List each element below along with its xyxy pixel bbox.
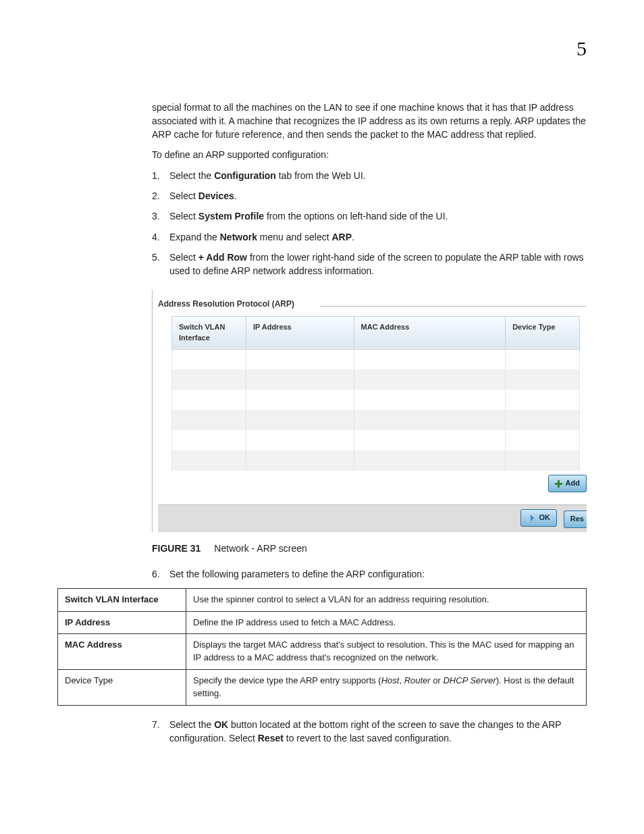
step-3: 3. Select System Profile from the option… [152, 209, 587, 223]
step-text: Select the Configuration tab from the We… [169, 169, 587, 182]
table-row[interactable] [172, 450, 580, 471]
param-value: Displays the target MAC address that's s… [186, 634, 587, 670]
fieldset-rule [320, 306, 587, 307]
table-row[interactable] [172, 349, 580, 369]
param-row: Device Type Specify the device type the … [58, 670, 587, 706]
param-key: Device Type [58, 670, 186, 706]
step-4: 4. Expand the Network menu and select AR… [152, 230, 587, 244]
step-text: Set the following parameters to define t… [169, 567, 587, 581]
intro-lead: To define an ARP supported configuration… [152, 148, 587, 161]
table-row[interactable] [172, 430, 580, 450]
col-mac-address[interactable]: MAC Address [354, 316, 506, 349]
step-6: 6. Set the following parameters to defin… [152, 567, 587, 581]
add-row-label: Add [566, 478, 580, 489]
step-number: 6. [152, 567, 169, 581]
reset-button[interactable]: Res [564, 511, 587, 528]
arp-table: Switch VLAN Interface IP Address MAC Add… [171, 316, 580, 471]
step-number: 4. [152, 230, 169, 244]
add-row-button[interactable]: Add [548, 475, 587, 492]
table-row[interactable] [172, 390, 580, 410]
step-text: Select + Add Row from the lower right-ha… [169, 251, 587, 278]
steps-list-3: 7. Select the OK button located at the b… [152, 718, 587, 746]
col-device-type[interactable]: Device Type [506, 316, 580, 349]
step-1: 1. Select the Configuration tab from the… [152, 169, 587, 182]
plus-icon [555, 480, 562, 488]
figure-caption-label: FIGURE 31 [152, 543, 200, 554]
forward-icon [527, 515, 535, 521]
svg-rect-1 [555, 483, 562, 485]
step-2: 2. Select Devices. [152, 189, 587, 203]
ok-button[interactable]: OK [520, 509, 557, 527]
param-value: Specify the device type the ARP entry su… [186, 670, 587, 706]
step-number: 1. [152, 169, 169, 182]
steps-list-2: 6. Set the following parameters to defin… [152, 567, 587, 581]
step-5: 5. Select + Add Row from the lower right… [152, 251, 587, 278]
table-row[interactable] [172, 369, 580, 390]
param-row: MAC Address Displays the target MAC addr… [58, 634, 587, 670]
param-row: Switch VLAN Interface Use the spinner co… [58, 588, 587, 611]
fieldset-legend: Address Resolution Protocol (ARP) [158, 298, 298, 310]
step-text: Select System Profile from the options o… [169, 209, 587, 223]
col-ip-address[interactable]: IP Address [246, 316, 354, 349]
param-key: Switch VLAN Interface [58, 588, 186, 611]
step-text: Select Devices. [169, 189, 587, 203]
svg-marker-2 [527, 515, 531, 521]
figure-arp-screenshot: Address Resolution Protocol (ARP) Switch… [152, 290, 587, 555]
step-text: Expand the Network menu and select ARP. [169, 230, 587, 244]
param-key: MAC Address [58, 634, 186, 670]
param-row: IP Address Define the IP address used to… [58, 611, 587, 634]
step-number: 2. [152, 189, 169, 203]
arp-table-body [172, 349, 580, 471]
step-number: 7. [152, 718, 169, 746]
col-switch-vlan[interactable]: Switch VLAN Interface [172, 316, 246, 349]
action-bar: OK Res [158, 504, 587, 532]
parameters-table: Switch VLAN Interface Use the spinner co… [57, 588, 587, 706]
steps-list: 1. Select the Configuration tab from the… [152, 169, 587, 278]
step-number: 3. [152, 209, 169, 223]
param-key: IP Address [58, 611, 186, 634]
svg-marker-3 [531, 515, 534, 521]
figure-caption-text: Network - ARP screen [214, 543, 306, 554]
table-row[interactable] [172, 410, 580, 430]
page-number: 5 [57, 34, 587, 63]
param-value: Define the IP address used to fetch a MA… [186, 611, 587, 634]
intro-paragraph: special format to all the machines on th… [152, 101, 587, 142]
step-7: 7. Select the OK button located at the b… [152, 718, 587, 746]
ok-label: OK [539, 513, 550, 523]
figure-caption: FIGURE 31Network - ARP screen [152, 542, 587, 555]
param-value: Use the spinner control to select a VLAN… [186, 588, 587, 611]
step-text: Select the OK button located at the bott… [169, 718, 587, 746]
step-number: 5. [152, 251, 169, 278]
reset-label: Res [570, 514, 584, 525]
